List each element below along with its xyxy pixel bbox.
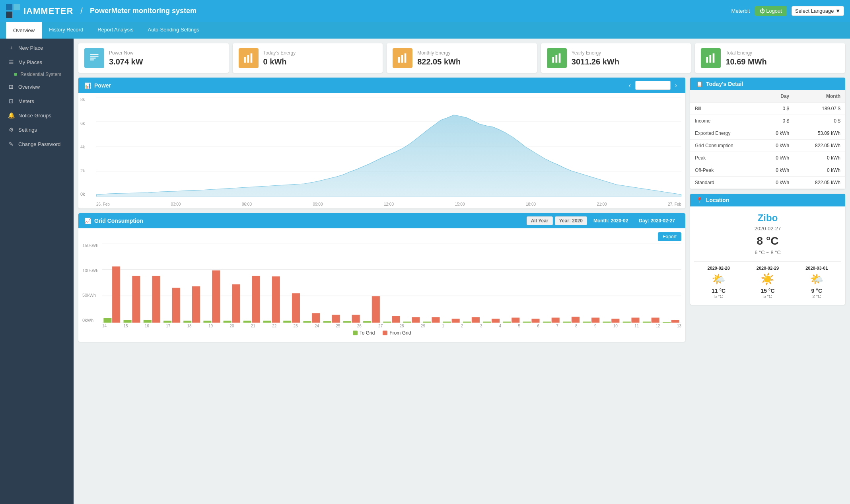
svg-rect-1	[247, 55, 249, 63]
tab-month-2020-02[interactable]: Month: 2020-02	[589, 216, 632, 225]
svg-rect-40	[283, 321, 291, 323]
svg-rect-71	[591, 318, 599, 323]
grid-title: Grid Consumption	[94, 218, 143, 224]
svg-rect-39	[272, 276, 280, 323]
svg-rect-28	[163, 321, 171, 323]
svg-rect-56	[443, 322, 451, 323]
svg-rect-69	[572, 317, 580, 323]
svg-rect-68	[563, 322, 571, 323]
export-button[interactable]: Export	[658, 232, 681, 241]
svg-rect-31	[192, 286, 200, 323]
stat-yearly-energy: Yearly Energy 3011.26 kWh	[541, 43, 691, 73]
bar-y-50: 50kWh	[82, 293, 98, 298]
sidebar-item-my-places[interactable]: ☰ My Places	[0, 55, 74, 69]
sidebar-label-settings: Settings	[18, 127, 37, 133]
yearly-energy-icon	[547, 48, 567, 68]
standard-day: 0 kWh	[760, 177, 794, 189]
language-select[interactable]: Select Language ▼	[792, 6, 844, 16]
location-panel: 📍 Location Zibo 2020-02-27 8 °C 6 °C ~ 8…	[690, 194, 845, 305]
yearly-energy-value: 3011.26 kWh	[572, 57, 685, 66]
sidebar-label-change-password: Change Password	[18, 141, 60, 147]
x-7: 7	[556, 324, 558, 328]
svg-rect-27	[152, 276, 160, 323]
meter-icon: ⊡	[8, 98, 14, 104]
plus-icon: +	[8, 45, 14, 51]
forecast-low-29: 5 °C	[757, 294, 779, 299]
svg-rect-7	[555, 55, 557, 63]
svg-rect-77	[652, 318, 659, 323]
detail-row-bill: Bill 0 $ 189.07 $	[690, 103, 845, 115]
svg-rect-38	[263, 321, 271, 323]
forecast-day-301: 2020-03-01 🌤️ 9 °C 2 °C	[805, 266, 828, 299]
forecast-low-301: 2 °C	[805, 294, 828, 299]
stat-power-now: Power Now 3.074 kW	[78, 43, 229, 73]
tab-all-year[interactable]: All Year	[527, 216, 553, 225]
svg-rect-35	[232, 284, 240, 323]
grid-cons-label: Grid Consumption	[690, 140, 760, 152]
x-2: 2	[461, 324, 463, 328]
legend-to-grid: To Grid	[353, 330, 375, 336]
power-next-button[interactable]: ›	[673, 81, 679, 90]
svg-rect-36	[243, 321, 251, 323]
sidebar-item-notice-groups[interactable]: 🔔 Notice Groups	[0, 108, 74, 123]
tab-day-2020-02-27[interactable]: Day: 2020-02-27	[634, 216, 679, 225]
header-left: IAMMETER / PowerMeter monitoring system	[6, 4, 196, 18]
svg-rect-4	[401, 55, 403, 63]
detail-row-income: Income 0 $ 0 $	[690, 115, 845, 127]
grid-header-left: 📈 Grid Consumption	[84, 218, 143, 224]
x-27: 27	[378, 324, 383, 328]
weather-date: 2020-02-27	[694, 226, 841, 232]
todays-detail-header: 📋 Today's Detail	[690, 78, 845, 90]
tab-report-analysis[interactable]: Report Analysis	[90, 22, 140, 39]
detail-header-left: 📋 Today's Detail	[696, 81, 743, 87]
temp-main: 8 °C	[694, 235, 841, 247]
sidebar-item-overview[interactable]: ⊞ Overview	[0, 80, 74, 94]
svg-rect-47	[352, 315, 360, 323]
svg-rect-59	[472, 317, 480, 323]
tab-year-2020[interactable]: Year: 2020	[555, 216, 587, 225]
tab-overview[interactable]: Overview	[6, 22, 42, 39]
exported-day: 0 kWh	[760, 127, 794, 140]
x-label-03: 03:00	[171, 202, 181, 206]
to-grid-legend-box	[353, 331, 358, 335]
from-grid-label: From Grid	[389, 330, 411, 336]
location-header: 📍 Location	[690, 194, 845, 206]
svg-rect-25	[132, 276, 140, 323]
x-28: 28	[399, 324, 404, 328]
stat-power-now-info: Power Now 3.074 kW	[109, 50, 223, 66]
sidebar-item-settings[interactable]: ⚙ Settings	[0, 123, 74, 137]
tab-auto-sending[interactable]: Auto-Sending Settings	[140, 22, 206, 39]
y-label-8k: 8k	[80, 97, 85, 102]
sidebar-item-change-password[interactable]: ✎ Change Password	[0, 137, 74, 151]
logout-button[interactable]: ⏻ Logout	[755, 6, 787, 16]
forecast-date-28: 2020-02-28	[708, 266, 730, 270]
settings-icon: ⚙	[8, 126, 14, 133]
x-11: 11	[634, 324, 639, 328]
tab-history-record[interactable]: History Record	[42, 22, 90, 39]
svg-rect-32	[203, 321, 211, 323]
header-title: PowerMeter monitoring system	[90, 7, 196, 15]
sidebar-item-meters[interactable]: ⊡ Meters	[0, 94, 74, 108]
svg-rect-58	[463, 322, 471, 323]
logo-text: IAMMETER	[23, 6, 73, 16]
yearly-energy-label: Yearly Energy	[572, 50, 685, 56]
meterbit-link[interactable]: Meterbit	[731, 8, 750, 14]
svg-rect-8	[558, 53, 560, 62]
svg-rect-5	[405, 53, 407, 62]
content: Power Now 3.074 kW Today's Energy 0 kWh	[74, 39, 850, 504]
stat-total-energy-info: Total Energy 10.69 MWh	[726, 50, 839, 66]
svg-rect-43	[312, 313, 320, 323]
x-10: 10	[613, 324, 618, 328]
svg-marker-17	[96, 115, 681, 197]
location-header-left: 📍 Location	[696, 197, 729, 203]
sidebar-sub-residential[interactable]: Residential System	[0, 69, 74, 80]
x-label-21: 21:00	[597, 202, 607, 206]
peak-day: 0 kWh	[760, 152, 794, 164]
x-12: 12	[655, 324, 660, 328]
sidebar-item-new-place[interactable]: + New Place	[0, 41, 74, 55]
power-prev-button[interactable]: ‹	[626, 81, 633, 90]
svg-rect-24	[124, 320, 132, 323]
svg-rect-30	[183, 321, 191, 323]
detail-title: Today's Detail	[706, 81, 743, 87]
grid-cons-day: 0 kWh	[760, 140, 794, 152]
